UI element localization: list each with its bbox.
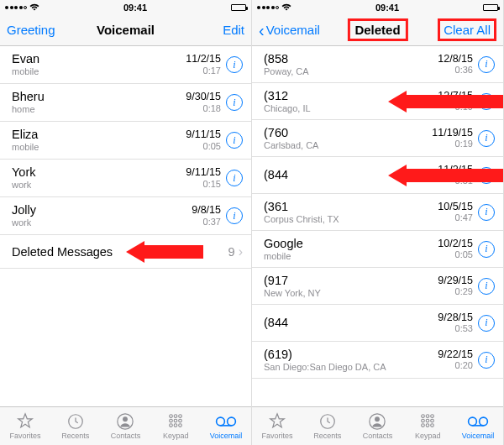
star-icon <box>16 412 34 431</box>
svg-point-17 <box>375 416 381 421</box>
svg-point-11 <box>179 424 182 427</box>
edit-button[interactable]: Edit <box>186 23 244 37</box>
signal-dots-icon <box>5 6 27 9</box>
voicemail-row[interactable]: (844 9/28/150:53 i <box>252 305 503 342</box>
page-title: Deleted <box>347 18 407 41</box>
svg-point-22 <box>426 419 429 422</box>
tab-recents[interactable]: Recents <box>50 407 101 445</box>
greeting-button[interactable]: Greeting <box>7 23 66 37</box>
tab-bar: Favorites Recents Contacts Keypad Voicem… <box>0 406 251 445</box>
info-icon[interactable]: i <box>478 204 495 221</box>
svg-point-12 <box>217 417 225 426</box>
phone-left: 09:41 Greeting Voicemail Edit Evanmobile… <box>0 0 252 445</box>
status-bar: 09:41 <box>0 0 251 14</box>
clear-all-button[interactable]: Clear All <box>438 18 496 41</box>
voicemail-row[interactable]: Elizamobile 9/11/150:05 i <box>0 122 251 160</box>
deleted-label: Deleted Messages <box>12 245 228 259</box>
keypad-icon <box>418 412 437 431</box>
call-date: 11/2/15 <box>186 53 221 65</box>
svg-point-24 <box>422 424 425 427</box>
voicemail-row[interactable]: (312Chicago, IL 12/7/150:19 i <box>252 83 503 120</box>
tab-contacts[interactable]: Contacts <box>101 407 151 445</box>
tab-keypad[interactable]: Keypad <box>402 407 453 445</box>
tab-contacts[interactable]: Contacts <box>353 407 403 445</box>
svg-point-20 <box>431 415 434 418</box>
voicemail-row[interactable]: (760Carlsbad, CA 11/19/150:19 i <box>252 120 503 157</box>
voicemail-list: Evanmobile 11/2/150:17 i Bheruhome 9/30/… <box>0 46 251 406</box>
keypad-icon <box>166 412 185 431</box>
contact-icon <box>116 412 134 431</box>
svg-point-26 <box>431 424 434 427</box>
info-icon[interactable]: i <box>478 93 495 110</box>
svg-point-25 <box>426 424 429 427</box>
info-icon[interactable]: i <box>478 130 495 147</box>
svg-point-9 <box>170 424 173 427</box>
tab-voicemail[interactable]: Voicemail <box>453 407 503 445</box>
tab-keypad[interactable]: Keypad <box>150 407 201 445</box>
voicemail-row[interactable]: (917New York, NY 9/29/150:29 i <box>252 268 503 305</box>
signal-dots-icon <box>257 6 279 9</box>
page-title: Voicemail <box>97 23 155 37</box>
voicemail-row[interactable]: Evanmobile 11/2/150:17 i <box>0 46 251 84</box>
info-icon[interactable]: i <box>478 167 495 184</box>
svg-point-5 <box>179 415 182 418</box>
wifi-icon <box>29 3 39 11</box>
voicemail-row[interactable]: Yorkwork 9/11/150:15 i <box>0 160 251 197</box>
svg-point-27 <box>469 417 477 426</box>
voicemail-row[interactable]: (844 11/2/150:51 i <box>252 157 503 194</box>
tab-bar: Favorites Recents Contacts Keypad Voicem… <box>252 406 503 445</box>
tab-favorites[interactable]: Favorites <box>252 407 302 445</box>
svg-point-28 <box>480 417 488 426</box>
svg-point-13 <box>228 417 236 426</box>
info-icon[interactable]: i <box>478 352 495 369</box>
svg-point-2 <box>123 416 129 421</box>
caller-sub: mobile <box>12 66 186 77</box>
svg-point-23 <box>431 419 434 422</box>
svg-point-19 <box>426 415 429 418</box>
status-time: 09:41 <box>123 3 147 13</box>
status-time: 09:41 <box>375 3 399 13</box>
info-icon[interactable]: i <box>226 94 243 111</box>
info-icon[interactable]: i <box>478 56 495 73</box>
nav-bar: ‹ Voicemail Deleted Clear All <box>252 14 503 46</box>
deleted-count: 9 <box>228 245 235 259</box>
clock-icon <box>66 412 85 431</box>
voicemail-row[interactable]: (858Poway, CA 12/8/150:36 i <box>252 46 503 83</box>
caller-name: Evan <box>12 52 186 66</box>
svg-point-18 <box>422 415 425 418</box>
tab-recents[interactable]: Recents <box>302 407 353 445</box>
star-icon <box>268 412 286 431</box>
voicemail-row[interactable]: (619)San Diego:San Diego DA, CA 9/22/150… <box>252 342 503 379</box>
voicemail-row[interactable]: Bheruhome 9/30/150:18 i <box>0 84 251 122</box>
battery-icon <box>231 4 246 11</box>
info-icon[interactable]: i <box>478 315 495 332</box>
svg-point-7 <box>174 419 177 422</box>
voicemail-icon <box>467 412 489 431</box>
deleted-list: (858Poway, CA 12/8/150:36 i (312Chicago,… <box>252 46 503 406</box>
tab-voicemail[interactable]: Voicemail <box>201 407 251 445</box>
back-button[interactable]: ‹ Voicemail <box>259 23 320 37</box>
battery-icon <box>483 4 498 11</box>
info-icon[interactable]: i <box>478 241 495 258</box>
contact-icon <box>368 412 386 431</box>
svg-point-21 <box>422 419 425 422</box>
svg-point-10 <box>174 424 177 427</box>
deleted-messages-row[interactable]: Deleted Messages 9 › <box>0 235 251 269</box>
voicemail-row[interactable]: Jollywork 9/8/150:37 i <box>0 197 251 235</box>
voicemail-icon <box>215 412 237 431</box>
nav-bar: Greeting Voicemail Edit <box>0 14 251 46</box>
wifi-icon <box>281 3 291 11</box>
info-icon[interactable]: i <box>478 278 495 295</box>
tab-favorites[interactable]: Favorites <box>0 407 50 445</box>
svg-point-6 <box>170 419 173 422</box>
voicemail-row[interactable]: (361Corpus Christi, TX 10/5/150:47 i <box>252 194 503 231</box>
info-icon[interactable]: i <box>226 170 243 186</box>
svg-point-4 <box>174 415 177 418</box>
voicemail-row[interactable]: Googlemobile 10/2/150:05 i <box>252 231 503 268</box>
chevron-right-icon: › <box>239 244 243 259</box>
info-icon[interactable]: i <box>226 56 243 73</box>
svg-point-3 <box>170 415 173 418</box>
info-icon[interactable]: i <box>226 132 243 149</box>
svg-point-8 <box>179 419 182 422</box>
info-icon[interactable]: i <box>226 207 243 224</box>
